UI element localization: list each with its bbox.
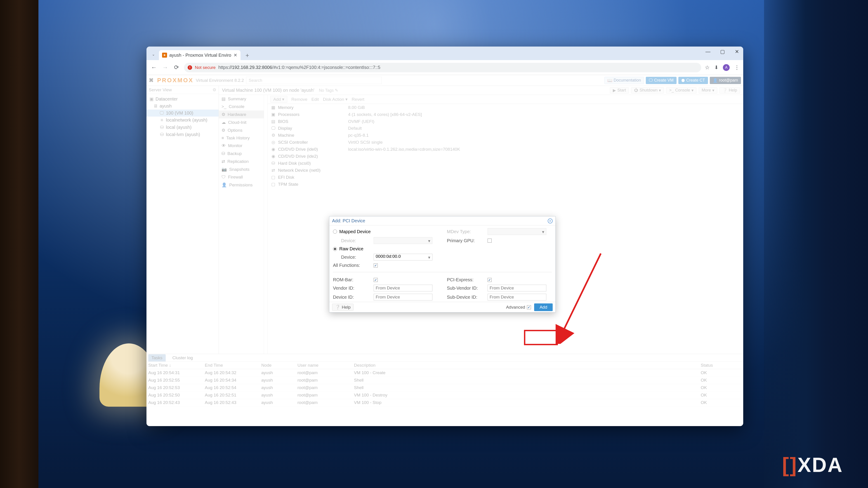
no-tags-label[interactable]: No Tags ✎ bbox=[319, 88, 338, 93]
new-tab-button[interactable]: ＋ bbox=[243, 51, 251, 59]
vm-shutdown-button[interactable]: ⏻ Shutdown ▾ bbox=[631, 87, 664, 94]
tree-local-storage[interactable]: ⛁local (ayush) bbox=[147, 124, 219, 131]
task-row[interactable]: Aug 16 20:54:31Aug 16 20:54:32ayushroot@… bbox=[147, 369, 743, 377]
browser-tab[interactable]: ✶ ayush - Proxmox Virtual Enviro ✕ bbox=[159, 50, 241, 60]
vm-more-button[interactable]: More ▾ bbox=[699, 87, 717, 94]
sub-device-id-input[interactable] bbox=[488, 294, 546, 300]
raw-device-combo[interactable]: 0000:0d:00.0 bbox=[374, 254, 432, 260]
modal-add-button[interactable]: Add bbox=[534, 303, 553, 311]
hardware-row[interactable]: ▢EFI Disk bbox=[268, 174, 743, 181]
hardware-edit-button[interactable]: Edit bbox=[311, 97, 319, 102]
col-start-time[interactable]: Start Time ↓ bbox=[148, 363, 205, 368]
rom-bar-checkbox[interactable] bbox=[374, 278, 378, 282]
hardware-row-icon: ▣ bbox=[271, 112, 276, 117]
nav2-console[interactable]: >_Console bbox=[219, 103, 264, 110]
hardware-revert-button[interactable]: Revert bbox=[352, 97, 364, 102]
nav-back-button[interactable]: ← bbox=[150, 64, 158, 71]
hardware-disk-action-button[interactable]: Disk Action ▾ bbox=[323, 97, 348, 102]
nav2-summary[interactable]: ▤Summary bbox=[219, 95, 264, 103]
hardware-row[interactable]: ▣Processors4 (1 sockets, 4 cores) [x86-6… bbox=[268, 111, 743, 118]
nav2-firewall[interactable]: 🛡Firewall bbox=[219, 173, 264, 181]
raw-device-radio[interactable] bbox=[333, 247, 337, 251]
nav2-backup[interactable]: ⛁Backup bbox=[219, 150, 264, 158]
task-row[interactable]: Aug 16 20:52:43Aug 16 20:52:43ayushroot@… bbox=[147, 399, 743, 406]
window-minimize-button[interactable]: — bbox=[705, 49, 711, 55]
nav2-permissions[interactable]: 👤Permissions bbox=[219, 181, 264, 189]
bookmark-star-icon[interactable]: ☆ bbox=[705, 64, 710, 71]
tree-vm-100[interactable]: 🖵100 (VM 100) bbox=[147, 109, 219, 117]
vm-help-button[interactable]: ❔ Help bbox=[719, 87, 740, 94]
tree-localnetwork[interactable]: ≡localnetwork (ayush) bbox=[147, 117, 219, 124]
vm-start-button[interactable]: ▶ Start bbox=[610, 87, 629, 94]
hardware-add-button[interactable]: Add ▾ bbox=[270, 96, 287, 103]
hardware-remove-button[interactable]: Remove bbox=[291, 97, 307, 102]
task-row[interactable]: Aug 16 20:52:55Aug 16 20:54:34ayushroot@… bbox=[147, 377, 743, 384]
mapped-device-label: Mapped Device bbox=[339, 229, 371, 234]
nav-forward-button[interactable]: → bbox=[161, 64, 169, 71]
hardware-row[interactable]: 🖵DisplayDefault bbox=[268, 125, 743, 132]
server-view-settings-icon[interactable]: ⚙ bbox=[213, 87, 216, 92]
cluster-log-tab[interactable]: Cluster log bbox=[169, 354, 196, 361]
hardware-row[interactable]: ◎SCSI ControllerVirtIO SCSI single bbox=[268, 139, 743, 146]
create-ct-button[interactable]: ⬢ Create CT bbox=[678, 77, 708, 84]
sub-vendor-id-input[interactable] bbox=[488, 285, 546, 291]
hardware-row[interactable]: ⛁Hard Disk (scsi0) bbox=[268, 160, 743, 167]
nav2-monitor[interactable]: 👁Monitor bbox=[219, 142, 264, 150]
downloads-icon[interactable]: ⬇ bbox=[714, 65, 718, 70]
tab-close-icon[interactable]: ✕ bbox=[234, 53, 237, 58]
hardware-row[interactable]: ▦Memory8.00 GiB bbox=[268, 104, 743, 111]
browser-address-bar: ← → ⟳ ! Not secure https://192.168.29.32… bbox=[147, 60, 743, 75]
tab-favicon: ✶ bbox=[162, 53, 167, 58]
nav-reload-button[interactable]: ⟳ bbox=[173, 64, 180, 71]
vm-console-button[interactable]: >_ Console ▾ bbox=[666, 87, 696, 94]
nav2-replication[interactable]: ⇄Replication bbox=[219, 158, 264, 165]
hardware-key: Display bbox=[278, 126, 346, 131]
task-row[interactable]: Aug 16 20:52:53Aug 16 20:52:54ayushroot@… bbox=[147, 384, 743, 392]
tree-local-lvm-storage[interactable]: ⛁local-lvm (ayush) bbox=[147, 131, 219, 138]
col-end-time[interactable]: End Time bbox=[205, 363, 261, 368]
task-row[interactable]: Aug 16 20:52:50Aug 16 20:52:51ayushroot@… bbox=[147, 392, 743, 399]
user-menu-button[interactable]: 👤 root@pam bbox=[710, 77, 741, 84]
nav2-task-history[interactable]: ≡Task History bbox=[219, 134, 264, 142]
documentation-button[interactable]: 📖 Documentation bbox=[604, 77, 644, 84]
col-status[interactable]: Status bbox=[701, 363, 741, 368]
col-node[interactable]: Node bbox=[261, 363, 298, 368]
omnibox[interactable]: ! Not secure https://192.168.29.32:8006/… bbox=[184, 63, 701, 72]
proxmox-app: ✖ PROXMOX Virtual Environment 8.2.2 Sear… bbox=[147, 75, 743, 426]
primary-gpu-checkbox[interactable] bbox=[488, 238, 492, 242]
hardware-row[interactable]: ▤BIOSOVMF (UEFI) bbox=[268, 118, 743, 125]
browser-menu-icon[interactable]: ⋮ bbox=[734, 64, 740, 71]
hardware-value: VirtIO SCSI single bbox=[348, 140, 740, 145]
hardware-row[interactable]: ⚙Machinepc-q35-8.1 bbox=[268, 132, 743, 139]
hardware-row[interactable]: ⇄Network Device (net0) bbox=[268, 167, 743, 174]
col-description[interactable]: Description bbox=[354, 363, 701, 368]
hardware-row[interactable]: ◉CD/DVD Drive (ide2) bbox=[268, 153, 743, 160]
device-id-input[interactable] bbox=[374, 294, 432, 300]
window-maximize-button[interactable]: ▢ bbox=[719, 49, 725, 55]
window-close-button[interactable]: ✕ bbox=[734, 49, 740, 55]
proxmox-search-input[interactable]: Search bbox=[246, 77, 382, 84]
create-vm-button[interactable]: 🖵 Create VM bbox=[646, 77, 677, 84]
server-view-label[interactable]: Server View bbox=[149, 88, 172, 92]
vendor-id-input[interactable] bbox=[374, 285, 432, 291]
tasks-tab[interactable]: Tasks bbox=[148, 354, 166, 361]
advanced-toggle[interactable]: Advanced bbox=[506, 305, 531, 310]
col-user[interactable]: User name bbox=[298, 363, 354, 368]
hardware-row[interactable]: ◉CD/DVD Drive (ide0)local:iso/virtio-win… bbox=[268, 146, 743, 153]
modal-help-button[interactable]: ❔ Help bbox=[332, 304, 353, 311]
nav2-icon: ▤ bbox=[221, 96, 225, 101]
mapped-device-radio[interactable] bbox=[333, 230, 337, 234]
tree-node-ayush[interactable]: 🖥ayush bbox=[147, 103, 219, 109]
hardware-row[interactable]: ▢TPM State bbox=[268, 181, 743, 188]
profile-avatar[interactable]: A bbox=[723, 64, 730, 71]
all-functions-checkbox[interactable] bbox=[374, 263, 378, 267]
hardware-value: 8.00 GiB bbox=[348, 105, 740, 110]
tree-datacenter[interactable]: ▣Datacenter bbox=[147, 95, 219, 103]
nav2-snapshots[interactable]: 📷Snapshots bbox=[219, 165, 264, 173]
pci-express-checkbox[interactable] bbox=[488, 278, 492, 282]
nav2-cloud-init[interactable]: ☁Cloud-Init bbox=[219, 119, 264, 126]
nav2-options[interactable]: ⚙Options bbox=[219, 126, 264, 134]
modal-close-button[interactable]: ✕ bbox=[548, 219, 553, 223]
not-secure-icon: ! bbox=[188, 65, 192, 70]
nav2-hardware[interactable]: ⚙Hardware bbox=[219, 110, 264, 119]
